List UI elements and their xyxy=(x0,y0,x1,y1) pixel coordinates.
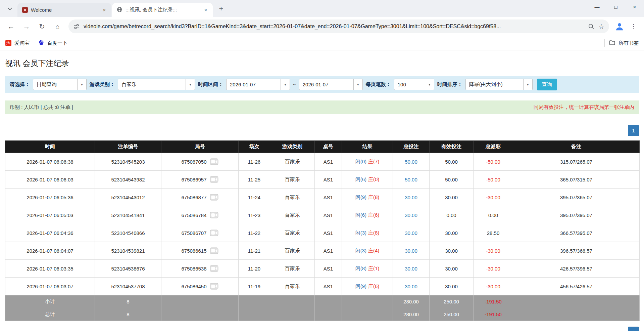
grand-total-valid-bet: 250.00 xyxy=(430,308,474,321)
bookmark-baidu[interactable]: 百度一下 xyxy=(38,40,67,47)
total-bet-link[interactable]: 30.00 xyxy=(405,230,417,236)
page-1-button[interactable]: 1 xyxy=(628,125,639,136)
maximize-button[interactable]: □ xyxy=(606,0,625,13)
cell-time: 2026-01-07 06:05:03 xyxy=(5,206,95,224)
zoom-indicator-icon[interactable] xyxy=(588,23,595,30)
bookmark-aitaobao[interactable]: 淘 爱淘宝 xyxy=(5,40,30,46)
cell-payout: -50.00 xyxy=(474,171,513,189)
total-bet-link[interactable]: 30.00 xyxy=(405,266,417,272)
pagination-bottom: 1 xyxy=(628,327,639,331)
cell-payout: -50.00 xyxy=(474,153,513,171)
minimize-button[interactable]: — xyxy=(588,0,606,13)
cell-session: 11-20 xyxy=(239,260,270,278)
cell-total-bet[interactable]: 30.00 xyxy=(393,189,430,206)
result-banker: 庄(6) xyxy=(368,212,379,218)
cell-total-bet[interactable]: 30.00 xyxy=(393,224,430,242)
cell-total-bet[interactable]: 30.00 xyxy=(393,278,430,295)
round-video-icon[interactable] xyxy=(210,212,218,218)
result-player: 闲(9) xyxy=(355,194,366,200)
result-player: 闲(3) xyxy=(355,248,366,253)
browser-tab-welcome[interactable]: Welcome × xyxy=(17,3,111,17)
cell-valid-bet: 0.00 xyxy=(430,206,474,224)
all-bookmarks-label: 所有书签 xyxy=(618,40,639,46)
cell-bet-id: 523104539821 xyxy=(95,242,161,260)
round-video-icon[interactable] xyxy=(210,230,218,236)
cell-game-kind: 百家乐 xyxy=(270,171,315,189)
profile-avatar[interactable] xyxy=(613,20,626,33)
cell-session: 11-26 xyxy=(239,153,270,171)
search-button[interactable]: 查询 xyxy=(537,79,557,90)
cell-valid-bet: 50.00 xyxy=(430,171,474,189)
cell-payout: 0.00 xyxy=(474,206,513,224)
filter-bar: 请选择： 日期查询 ▾ 游戏类别： 百家乐 ▾ 时间区间： 2026-01-07… xyxy=(5,76,639,93)
date-end-select[interactable]: 2026-01-07 ▾ xyxy=(299,79,363,90)
total-bet-link[interactable]: 50.00 xyxy=(405,177,417,182)
bookmark-star-icon[interactable]: ☆ xyxy=(598,23,604,31)
all-bookmarks-button[interactable]: 所有书签 xyxy=(609,39,639,47)
home-button[interactable]: ⌂ xyxy=(50,19,64,34)
forward-button[interactable]: → xyxy=(19,19,34,34)
empty-cell xyxy=(161,295,239,308)
close-window-button[interactable]: × xyxy=(625,0,644,13)
grand-total-payout: -191.50 xyxy=(474,308,513,321)
page-size-select[interactable]: 100 ▾ xyxy=(394,79,434,90)
tab-close-icon[interactable]: × xyxy=(101,6,108,14)
total-bet-link[interactable]: 30.00 xyxy=(405,248,417,254)
empty-cell xyxy=(342,295,393,308)
table-row: 2026-01-07 06:06:03 523104543982 6750869… xyxy=(5,171,640,189)
cell-payout: -30.00 xyxy=(474,242,513,260)
cell-round: 675086538 xyxy=(161,260,239,278)
browser-tab-betrecord[interactable]: :::视讯, 会员下注纪录::: × xyxy=(112,3,213,17)
tab-search-button[interactable] xyxy=(4,3,15,14)
round-number: 675086615 xyxy=(181,248,206,254)
round-video-icon[interactable] xyxy=(210,247,218,254)
bet-record-table: 时间注单编号局号场次游戏类别桌号结果总投注有效投注总派彩备注 2026-01-0… xyxy=(5,140,640,321)
grand-total-count: 8 xyxy=(95,308,161,321)
globe-favicon-icon xyxy=(117,7,122,13)
total-bet-link[interactable]: 30.00 xyxy=(405,195,417,200)
cell-result: 闲(6)庄(6) xyxy=(342,206,393,224)
total-bet-link[interactable]: 30.00 xyxy=(405,284,417,289)
cell-round: 675086877 xyxy=(161,189,239,206)
round-video-icon[interactable] xyxy=(210,194,218,201)
new-tab-button[interactable]: + xyxy=(215,3,227,14)
cell-total-bet[interactable]: 30.00 xyxy=(393,242,430,260)
round-video-icon[interactable] xyxy=(210,176,218,183)
empty-cell xyxy=(315,308,342,321)
cell-bet-id: 523104538676 xyxy=(95,260,161,278)
page-1-button[interactable]: 1 xyxy=(628,327,639,331)
grand-total-label: 总计 xyxy=(5,308,95,321)
round-number: 675087050 xyxy=(181,159,206,165)
cell-session: 11-23 xyxy=(239,206,270,224)
round-video-icon[interactable] xyxy=(210,283,218,290)
cell-total-bet[interactable]: 30.00 xyxy=(393,206,430,224)
round-number: 675086450 xyxy=(181,284,206,289)
total-bet-link[interactable]: 50.00 xyxy=(405,159,417,165)
cell-time: 2026-01-07 06:06:38 xyxy=(5,153,95,171)
cell-valid-bet: 30.00 xyxy=(430,242,474,260)
cell-time: 2026-01-07 06:03:07 xyxy=(5,278,95,295)
browser-menu-icon[interactable]: ⋮ xyxy=(627,20,640,33)
cell-table-no: AS1 xyxy=(315,224,342,242)
round-video-icon[interactable] xyxy=(210,158,218,165)
sort-select[interactable]: 降幂(由大到小) ▾ xyxy=(465,79,533,90)
cell-total-bet[interactable]: 30.00 xyxy=(393,260,430,278)
result-banker: 庄(0) xyxy=(368,176,379,182)
date-start-select[interactable]: 2026-01-07 ▾ xyxy=(226,79,290,90)
cell-result: 闲(9)庄(8) xyxy=(342,189,393,206)
cell-total-bet[interactable]: 50.00 xyxy=(393,171,430,189)
tab-close-icon[interactable]: × xyxy=(202,6,209,14)
result-banker: 庄(8) xyxy=(368,230,379,236)
round-video-icon[interactable] xyxy=(210,265,218,272)
back-button[interactable]: ← xyxy=(4,19,18,34)
cell-total-bet[interactable]: 50.00 xyxy=(393,153,430,171)
total-bet-link[interactable]: 30.00 xyxy=(405,212,417,218)
cell-table-no: AS1 xyxy=(315,153,342,171)
cell-round: 675086784 xyxy=(161,206,239,224)
date-range-label: 时间区间： xyxy=(198,81,223,88)
address-bar[interactable]: videoie.com/game/betrecord_search/kind3?… xyxy=(68,19,609,33)
reload-button[interactable]: ↻ xyxy=(35,19,49,34)
game-kind-select[interactable]: 百家乐 ▾ xyxy=(118,79,195,90)
site-settings-icon[interactable] xyxy=(73,23,80,30)
mode-select[interactable]: 日期查询 ▾ xyxy=(33,79,87,90)
